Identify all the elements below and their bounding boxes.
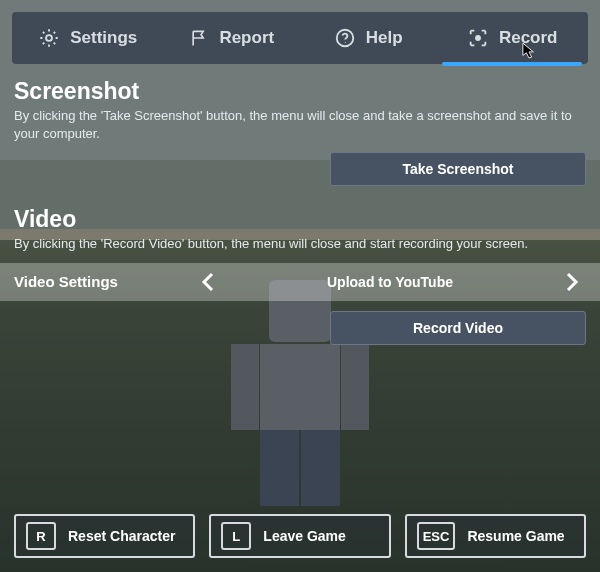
key-hint: R <box>26 522 56 550</box>
help-icon <box>334 27 356 49</box>
tab-settings[interactable]: Settings <box>12 12 164 64</box>
screenshot-section: Screenshot By clicking the 'Take Screens… <box>14 78 586 186</box>
svg-point-2 <box>345 42 346 43</box>
button-label: Resume Game <box>467 528 564 544</box>
video-section: Video By clicking the 'Record Video' but… <box>14 206 586 345</box>
svg-point-3 <box>475 35 481 41</box>
tab-record[interactable]: Record <box>436 12 588 64</box>
video-settings-row: Video Settings Upload to YouTube <box>0 263 600 301</box>
menu-overlay: Settings Report Help <box>0 0 600 572</box>
stepper-next[interactable] <box>558 272 586 292</box>
video-title: Video <box>14 206 586 233</box>
video-settings-stepper: Upload to YouTube <box>194 272 586 292</box>
tab-help[interactable]: Help <box>300 12 436 64</box>
take-screenshot-button[interactable]: Take Screenshot <box>330 152 586 186</box>
reset-character-button[interactable]: R Reset Character <box>14 514 195 558</box>
tab-label: Report <box>219 28 274 48</box>
flag-icon <box>189 27 209 49</box>
video-description: By clicking the 'Record Video' button, t… <box>14 235 586 253</box>
video-settings-label: Video Settings <box>14 273 194 290</box>
screenshot-description: By clicking the 'Take Screenshot' button… <box>14 107 586 142</box>
record-video-button[interactable]: Record Video <box>330 311 586 345</box>
resume-game-button[interactable]: ESC Resume Game <box>405 514 586 558</box>
key-hint: ESC <box>417 522 456 550</box>
video-settings-value: Upload to YouTube <box>222 274 558 290</box>
tab-label: Help <box>366 28 403 48</box>
tab-bar: Settings Report Help <box>12 12 588 64</box>
chevron-right-icon <box>565 272 579 292</box>
record-icon <box>467 27 489 49</box>
content-area: Screenshot By clicking the 'Take Screens… <box>0 64 600 504</box>
screenshot-title: Screenshot <box>14 78 586 105</box>
button-label: Leave Game <box>263 528 346 544</box>
svg-point-0 <box>46 35 52 41</box>
gear-icon <box>38 27 60 49</box>
chevron-left-icon <box>201 272 215 292</box>
button-label: Reset Character <box>68 528 175 544</box>
tab-label: Record <box>499 28 558 48</box>
leave-game-button[interactable]: L Leave Game <box>209 514 390 558</box>
stepper-prev[interactable] <box>194 272 222 292</box>
key-hint: L <box>221 522 251 550</box>
footer-bar: R Reset Character L Leave Game ESC Resum… <box>0 504 600 572</box>
tab-report[interactable]: Report <box>164 12 300 64</box>
tab-label: Settings <box>70 28 137 48</box>
